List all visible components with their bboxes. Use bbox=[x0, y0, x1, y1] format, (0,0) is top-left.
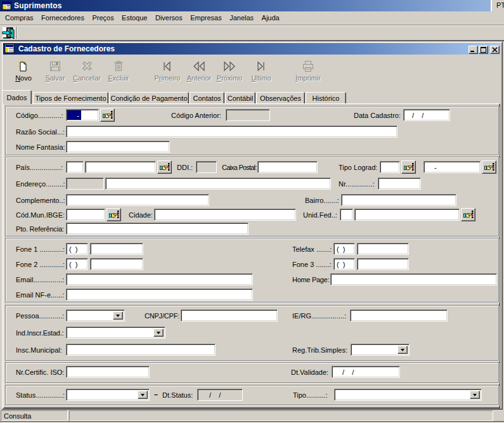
minimize-button[interactable] bbox=[468, 46, 478, 54]
tab-historico[interactable]: Histórico bbox=[306, 92, 346, 104]
codigo-field[interactable]: - bbox=[66, 109, 99, 121]
next-record-label: Próximo bbox=[217, 74, 242, 82]
new-document-icon bbox=[16, 60, 30, 72]
tipo-lograd-desc-lookup-button[interactable] bbox=[482, 160, 496, 174]
previous-record-label: Anterior bbox=[187, 74, 212, 82]
email-nfe-field[interactable] bbox=[66, 289, 253, 301]
pais-label: País................: bbox=[16, 164, 63, 172]
dt-validade-label: Dt.Validade: bbox=[291, 368, 328, 377]
status-dash: – bbox=[154, 391, 158, 399]
menu-diversos[interactable]: Diversos bbox=[153, 11, 185, 22]
pessoa-combobox[interactable] bbox=[66, 309, 125, 322]
tipo-lograd-lookup-button[interactable] bbox=[401, 160, 416, 174]
status-combobox[interactable] bbox=[66, 389, 150, 401]
pto-referencia-field[interactable] bbox=[66, 223, 249, 235]
menu-fornecedores[interactable]: Fornecedores bbox=[39, 11, 87, 22]
tab-contabil[interactable]: Contábil bbox=[225, 92, 255, 104]
data-cadastro-field[interactable]: / / bbox=[403, 109, 450, 121]
fone2-field[interactable] bbox=[90, 258, 143, 270]
application-icon bbox=[2, 1, 12, 11]
tab-contatos[interactable]: Contatos bbox=[190, 92, 224, 104]
ind-inscr-estad-combobox[interactable] bbox=[66, 327, 165, 339]
nr-label: Nr..............: bbox=[339, 180, 375, 188]
telefax-ddd-field[interactable]: ( ) bbox=[333, 243, 355, 255]
last-record-label: Ultimo bbox=[251, 74, 271, 82]
tab-tipos-de-fornecimento[interactable]: Tipos de Fornecimento bbox=[33, 92, 108, 104]
ind-inscr-estad-dropdown-button[interactable] bbox=[153, 329, 164, 337]
save-button-label: Salvar bbox=[45, 74, 65, 82]
cnpj-cpf-field[interactable] bbox=[181, 309, 278, 322]
cod-mun-ibge-field[interactable] bbox=[66, 209, 105, 221]
chevron-down-icon bbox=[473, 394, 477, 396]
first-record-button: Primeiro bbox=[152, 59, 183, 86]
caixa-postal-field[interactable] bbox=[257, 161, 318, 173]
insc-municipal-field[interactable] bbox=[66, 344, 216, 356]
close-button[interactable] bbox=[490, 46, 500, 54]
email-label: Email...............: bbox=[16, 276, 64, 284]
cidade-field[interactable] bbox=[154, 209, 296, 221]
child-titlebar[interactable]: Cadastro de Fornecedores bbox=[3, 43, 500, 55]
razao-social-label: Razão Social...: bbox=[16, 128, 65, 136]
reg-trib-simples-dropdown-button[interactable] bbox=[397, 346, 408, 354]
bairro-field[interactable] bbox=[341, 194, 456, 206]
email-field[interactable] bbox=[66, 273, 253, 285]
maximize-button[interactable] bbox=[479, 46, 488, 54]
nr-field[interactable] bbox=[378, 178, 421, 190]
chevron-down-icon bbox=[401, 349, 404, 351]
reg-trib-simples-label: Reg.Trib.Simples: bbox=[292, 346, 347, 355]
menu-janelas[interactable]: Janelas bbox=[227, 11, 256, 22]
toolbar-separator bbox=[16, 27, 18, 39]
unid-fed-lookup-button[interactable] bbox=[461, 208, 475, 221]
last-record-button: Ultimo bbox=[245, 59, 277, 86]
razao-social-field[interactable] bbox=[66, 126, 397, 138]
fone1-ddd-field[interactable]: ( ) bbox=[66, 243, 88, 255]
unid-fed-sigla-field[interactable] bbox=[340, 209, 353, 221]
tab-observacoes[interactable]: Observações bbox=[256, 92, 305, 104]
codigo-lookup-button[interactable] bbox=[100, 108, 115, 122]
dt-validade-field[interactable]: / / bbox=[332, 366, 400, 378]
pais-lookup-button[interactable] bbox=[157, 160, 172, 174]
fone2-ddd-field[interactable]: ( ) bbox=[66, 258, 88, 270]
chevron-down-icon bbox=[157, 332, 160, 334]
next-record-icon bbox=[223, 60, 236, 72]
cod-mun-ibge-lookup-button[interactable] bbox=[107, 208, 121, 221]
trash-icon bbox=[113, 60, 124, 72]
menu-compras[interactable]: Compras bbox=[3, 11, 36, 22]
menu-empresas[interactable]: Empresas bbox=[188, 11, 224, 22]
tab-condicao-de-pagamento[interactable]: Condição de Pagamento bbox=[109, 92, 189, 104]
pais-codigo-field[interactable] bbox=[66, 161, 84, 173]
print-button: Imprimir bbox=[292, 59, 324, 86]
exit-button[interactable] bbox=[1, 27, 15, 39]
cancel-button-label: Cancelar bbox=[73, 74, 101, 82]
complemento-field[interactable] bbox=[66, 194, 209, 206]
new-button[interactable]: Novo bbox=[8, 59, 39, 86]
unid-fed-nome-field[interactable] bbox=[354, 209, 460, 221]
reg-trib-simples-combobox[interactable] bbox=[351, 344, 410, 356]
complemento-label: Complemento..: bbox=[16, 197, 65, 205]
endereco-field[interactable] bbox=[105, 178, 331, 190]
ie-rg-field[interactable] bbox=[350, 309, 448, 322]
menu-ajuda[interactable]: Ajuda bbox=[259, 11, 282, 22]
fone3-label: Fone 3 .......: bbox=[292, 261, 332, 269]
fone1-field[interactable] bbox=[90, 243, 143, 255]
fone1-label: Fone 1 ............: bbox=[16, 245, 65, 254]
fone3-field[interactable] bbox=[357, 258, 409, 270]
language-indicator[interactable]: PT bbox=[496, 1, 504, 9]
menu-precos[interactable]: Preços bbox=[89, 11, 116, 22]
nome-fantasia-field[interactable] bbox=[66, 141, 170, 153]
last-record-icon bbox=[255, 60, 267, 72]
pessoa-dropdown-button[interactable] bbox=[113, 311, 123, 320]
tipo-combobox[interactable] bbox=[334, 389, 482, 401]
home-page-label: Home Page: bbox=[292, 276, 329, 284]
menu-estoque[interactable]: Estoque bbox=[119, 11, 150, 22]
tipo-dropdown-button[interactable] bbox=[470, 391, 480, 399]
nr-certific-iso-field[interactable] bbox=[66, 366, 150, 378]
pais-nome-field[interactable] bbox=[85, 161, 156, 173]
tipo-lograd-field[interactable] bbox=[380, 161, 400, 173]
status-dropdown-button[interactable] bbox=[138, 391, 148, 399]
tipo-lograd-desc-field[interactable]: - bbox=[423, 161, 481, 173]
telefax-field[interactable] bbox=[357, 243, 409, 255]
home-page-field[interactable] bbox=[330, 273, 497, 285]
tab-dados[interactable]: Dados bbox=[2, 90, 32, 104]
fone3-ddd-field[interactable]: ( ) bbox=[333, 258, 355, 270]
